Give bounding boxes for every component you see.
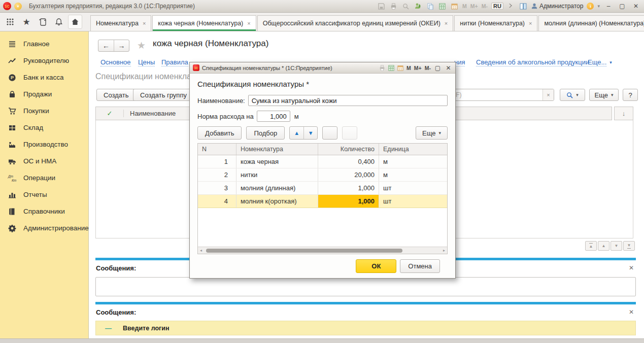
sort-direction-button[interactable]: ↓: [614, 107, 633, 120]
nav-link-more[interactable]: Еще... ▾: [588, 58, 612, 66]
tab-close-icon[interactable]: ×: [445, 20, 448, 26]
language-indicator[interactable]: RU: [491, 3, 503, 10]
info-icon[interactable]: i: [587, 3, 594, 10]
memory-mminus-button[interactable]: М-: [425, 65, 431, 71]
sidebar-item-reports[interactable]: Отчеты: [0, 186, 88, 203]
calculator-icon[interactable]: [388, 65, 394, 71]
sidebar-item-purchases[interactable]: Покупки: [0, 102, 88, 119]
tab-nomenklatura[interactable]: Номенклатура×: [90, 15, 151, 31]
column-header-name[interactable]: Наименование: [124, 110, 176, 117]
column-header-quantity[interactable]: Количество: [318, 144, 379, 155]
calendar-icon[interactable]: [397, 65, 403, 71]
tab-okei[interactable]: Общероссийский классификатор единиц изме…: [257, 15, 454, 31]
cancel-button[interactable]: Отмена: [400, 259, 440, 273]
print-icon[interactable]: [379, 65, 385, 71]
memory-mplus-button[interactable]: М+: [414, 65, 422, 71]
dialog-close-button[interactable]: ✕: [445, 63, 452, 72]
copy-row-button[interactable]: [322, 126, 337, 140]
paste-row-button[interactable]: [342, 126, 357, 140]
favorites-star-icon[interactable]: ★: [19, 15, 33, 29]
notifications-bell-icon[interactable]: [52, 15, 66, 29]
nav-link-tseny[interactable]: Цены: [138, 58, 155, 66]
table-row-selected[interactable]: 4 молния к(ороткая) 1,000 шт: [198, 195, 447, 208]
apps-grid-icon[interactable]: [3, 15, 17, 29]
horizontal-scrollbar[interactable]: ◂ ▸: [198, 247, 447, 254]
close-messages-icon[interactable]: ✕: [629, 308, 634, 316]
tab-molniya-dlinnaya[interactable]: молния (длинная) (Номенклатура)×: [538, 15, 644, 31]
dialog-titlebar[interactable]: 1С Спецификация номенклатуры * (1С:Предп…: [190, 62, 455, 74]
sidebar-item-bank-cash[interactable]: РБанк и касса: [0, 69, 88, 86]
ok-button[interactable]: ОК: [356, 259, 396, 273]
sidebar-item-operations[interactable]: ДтКтОперации: [0, 169, 88, 186]
move-up-button[interactable]: ▲: [290, 127, 303, 139]
table-row[interactable]: 3 молния (длинная) 1,000 шт: [198, 182, 447, 195]
help-button[interactable]: ?: [623, 89, 638, 101]
tab-close-icon[interactable]: ×: [529, 20, 532, 26]
create-group-button[interactable]: Создать группу: [133, 89, 194, 101]
history-icon[interactable]: [36, 15, 50, 29]
current-user[interactable]: Администратор: [531, 3, 584, 10]
print-icon[interactable]: [389, 3, 398, 10]
sidebar-item-production[interactable]: Производство: [0, 136, 88, 153]
memory-m-button[interactable]: М: [462, 3, 467, 9]
nav-link-osnovnoe[interactable]: Основное: [100, 58, 131, 66]
save-icon[interactable]: [377, 3, 386, 10]
add-button[interactable]: Добавить: [197, 126, 242, 140]
user-settings-icon[interactable]: [414, 3, 422, 10]
pick-button[interactable]: Подбор: [246, 126, 285, 140]
window-panels-icon[interactable]: [519, 3, 528, 10]
move-down-button[interactable]: ▼: [303, 127, 317, 139]
close-button[interactable]: ✕: [631, 2, 641, 11]
go-last-button[interactable]: ▼: [623, 241, 635, 251]
minimize-button[interactable]: –: [603, 2, 614, 11]
memory-mminus-button[interactable]: М-: [482, 3, 488, 9]
nav-link-pravila[interactable]: Правила: [161, 58, 188, 66]
dialog-maximize-button[interactable]: ▢: [434, 63, 442, 72]
main-menu-dropdown-icon[interactable]: ▾: [14, 3, 22, 10]
home-icon[interactable]: [68, 15, 82, 29]
go-down-button[interactable]: ▼: [611, 241, 622, 251]
calculator-icon[interactable]: [438, 3, 447, 10]
create-button[interactable]: Создать: [96, 89, 135, 101]
sidebar-item-warehouse[interactable]: Склад: [0, 119, 88, 136]
nav-link-alcohol-info[interactable]: Сведения об алкогольной продукции: [476, 58, 589, 66]
sidebar-item-administration[interactable]: Администрирование: [0, 220, 88, 236]
norm-field[interactable]: [257, 111, 290, 122]
scroll-right-icon[interactable]: ▸: [443, 248, 445, 253]
forward-button[interactable]: →: [114, 40, 129, 51]
input-method-icon[interactable]: [507, 3, 516, 10]
list-more-button[interactable]: Еще ▾: [589, 89, 619, 101]
sidebar-item-manager[interactable]: Руководителю: [0, 52, 88, 69]
calendar-icon[interactable]: [450, 3, 459, 10]
tab-nitki[interactable]: нитки (Номенклатура)×: [454, 15, 537, 31]
messages-input[interactable]: [95, 277, 636, 296]
search-icon[interactable]: [401, 3, 410, 10]
go-first-button[interactable]: ▲: [585, 241, 597, 251]
sidebar-item-main[interactable]: Главное: [0, 36, 88, 52]
scrollbar-thumb[interactable]: [206, 249, 402, 253]
column-header-unit[interactable]: Единица: [379, 144, 447, 155]
go-up-button[interactable]: ▲: [598, 241, 609, 251]
search-button[interactable]: ▾: [560, 89, 585, 101]
copy-pages-icon[interactable]: [426, 3, 434, 10]
maximize-button[interactable]: ▢: [617, 2, 627, 11]
column-header-nomenclature[interactable]: Номенклатура: [236, 144, 318, 155]
name-field[interactable]: [248, 95, 448, 106]
nav-link-fragment[interactable]: ния: [454, 58, 465, 66]
sidebar-item-os-nma[interactable]: ОС и НМА: [0, 153, 88, 169]
table-row[interactable]: 1 кожа черная 0,400 м: [198, 155, 447, 168]
scroll-left-icon[interactable]: ◂: [200, 248, 202, 253]
memory-mplus-button[interactable]: М+: [470, 3, 478, 9]
table-row[interactable]: 2 нитки 20,000 м: [198, 168, 447, 182]
info-caret-icon[interactable]: ▾: [597, 4, 600, 9]
selected-cell[interactable]: 1,000: [318, 195, 379, 208]
sidebar-item-sales[interactable]: Продажи: [0, 86, 88, 102]
close-messages-icon[interactable]: ✕: [629, 264, 634, 271]
column-header-n[interactable]: N: [198, 144, 236, 155]
back-button[interactable]: ←: [98, 40, 114, 51]
sidebar-item-references[interactable]: Справочники: [0, 203, 88, 220]
message-row[interactable]: — Введите логин: [95, 321, 636, 335]
favorite-star-icon[interactable]: ★: [137, 40, 146, 51]
memory-m-button[interactable]: М: [406, 65, 411, 71]
table-header-row[interactable]: N Номенклатура Количество Единица: [198, 144, 447, 155]
